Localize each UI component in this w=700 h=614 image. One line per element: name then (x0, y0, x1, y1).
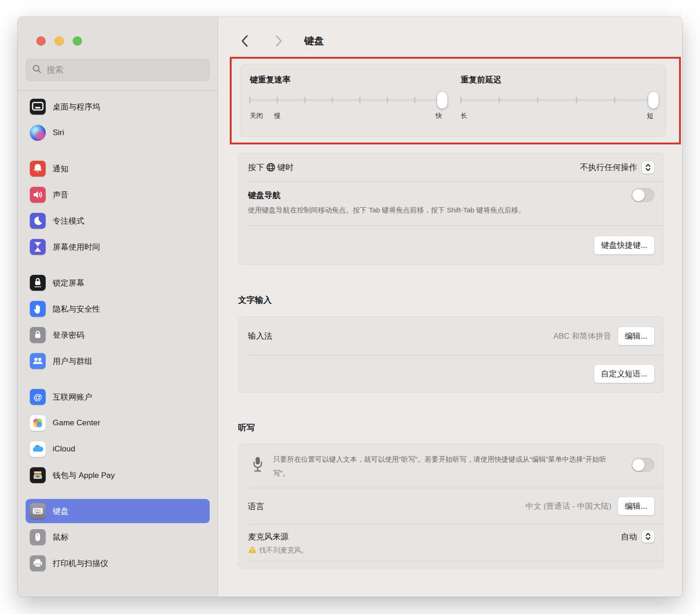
search-icon (32, 64, 42, 76)
sidebar-item-printers-scanners[interactable]: 打印机与扫描仪 (26, 551, 210, 575)
slider-tick (537, 97, 538, 103)
highlight-annotation-box: 键重复速率 关闭 慢 快 (230, 57, 681, 144)
sidebar-item-label: 声音 (53, 190, 69, 200)
key-repeat-rate-group: 键重复速率 关闭 慢 快 (250, 74, 442, 136)
custom-phrases-button[interactable]: 自定义短语... (594, 365, 654, 383)
sidebar-item-login-password[interactable]: 登录密码 (26, 323, 210, 347)
microphone-source-value: 自动 (621, 531, 637, 542)
slider-tick (499, 97, 500, 103)
password-lock-icon (30, 327, 46, 343)
sidebar-item-screen-time[interactable]: 屏幕使用时间 (26, 235, 210, 259)
sidebar-item-label: 打印机与扫描仪 (53, 558, 108, 569)
toggle-knob (632, 189, 645, 201)
keyboard-options-card: 按下 键时 不执行任何操作 键盘导航 使用键盘导航在控制间移动焦点。按下 Tab (238, 153, 664, 265)
dictation-card: 只要所在位置可以键入文本，就可以使用“听写”。若要开始听写，请使用快捷键或从“编… (238, 444, 664, 568)
microphone-source-popup-button[interactable] (642, 530, 654, 543)
dictation-toggle[interactable] (631, 458, 654, 472)
minimize-button[interactable] (55, 36, 64, 46)
globe-key-row: 按下 键时 不执行任何操作 (239, 153, 664, 181)
globe-key-label-prefix: 按下 (248, 162, 264, 173)
keyboard-navigation-toggle[interactable] (631, 188, 654, 202)
window-controls (18, 17, 218, 46)
siri-icon (30, 125, 46, 141)
slider-tick (414, 97, 415, 103)
slider-tick (386, 97, 388, 103)
microphone-icon (250, 455, 266, 479)
slider-tick (249, 97, 251, 103)
delay-until-repeat-slider[interactable] (461, 91, 654, 109)
keyboard-navigation-label: 键盘导航 (248, 190, 281, 201)
slider-tick (576, 97, 577, 103)
sidebar-item-focus[interactable]: 专注模式 (26, 209, 210, 233)
search-input[interactable] (46, 65, 204, 75)
slider-tick (331, 97, 333, 103)
desktop-dock-icon (30, 99, 46, 115)
zoom-button[interactable] (73, 36, 82, 46)
sidebar-item-lock-screen[interactable]: 锁定屏幕 (26, 271, 210, 295)
sidebar-item-label: 登录密码 (53, 330, 84, 341)
keyboard-icon (30, 503, 46, 519)
input-method-label: 输入法 (248, 330, 273, 341)
hand-icon (30, 301, 46, 317)
search-field[interactable] (26, 59, 210, 81)
game-center-icon (30, 415, 46, 431)
sidebar-item-label: 屏幕使用时间 (53, 242, 100, 252)
microphone-warning-text: 找不到麦克风。 (259, 546, 308, 555)
printer-icon (30, 555, 46, 571)
delay-until-repeat-title: 重复前延迟 (461, 74, 654, 85)
sidebar-item-sound[interactable]: 声音 (26, 183, 210, 207)
shortcuts-row: 键盘快捷键... (239, 226, 664, 265)
sidebar-group-4: @ 互联网账户 Game Center iCloud (26, 385, 210, 487)
globe-icon (266, 162, 276, 172)
sidebar-item-siri[interactable]: Siri (26, 121, 210, 145)
language-edit-button[interactable]: 编辑... (618, 497, 654, 515)
content-header: 键盘 (238, 32, 681, 50)
keyboard-navigation-row: 键盘导航 使用键盘导航在控制间移动焦点。按下 Tab 键将焦点前移，按下 Shi… (239, 182, 664, 225)
sidebar-item-game-center[interactable]: Game Center (26, 411, 210, 435)
bell-icon (30, 161, 46, 177)
input-method-edit-button[interactable]: 编辑... (618, 327, 654, 345)
slider-labels: 长 短 (461, 112, 654, 120)
slider-track[interactable] (461, 99, 654, 101)
lock-screen-icon (30, 275, 46, 291)
warning-icon (248, 546, 257, 555)
sidebar-item-users-groups[interactable]: 用户与群组 (26, 349, 210, 373)
sidebar-item-icloud[interactable]: iCloud (26, 437, 210, 461)
sidebar-item-label: 互联网账户 (53, 392, 92, 403)
slider-thumb[interactable] (648, 92, 659, 109)
label-fast: 快 (436, 112, 442, 120)
sidebar-item-internet-accounts[interactable]: @ 互联网账户 (26, 385, 210, 409)
text-input-card: 输入法 ABC 和简体拼音 编辑... 自定义短语... (238, 316, 664, 393)
sidebar-item-wallet[interactable]: 钱包与 Apple Pay (26, 463, 210, 487)
speaker-icon (30, 187, 46, 203)
sidebar-item-keyboard[interactable]: 键盘 (26, 499, 210, 523)
sidebar-item-notifications[interactable]: 通知 (26, 157, 210, 181)
globe-key-value: 不执行任何操作 (580, 162, 638, 173)
mouse-icon (30, 529, 46, 545)
back-icon[interactable] (238, 34, 250, 48)
slider-tick (359, 97, 360, 103)
forward-icon[interactable] (273, 34, 285, 48)
keyboard-shortcuts-button[interactable]: 键盘快捷键... (594, 236, 654, 254)
close-button[interactable] (36, 36, 46, 46)
delay-until-repeat-group: 重复前延迟 长 短 (461, 74, 654, 136)
key-repeat-rate-slider[interactable] (250, 91, 442, 109)
sidebar-group-2: 通知 声音 专注模式 (26, 157, 210, 259)
content-pane: 键盘 键重复速率 (218, 17, 682, 597)
sidebar-item-label: 钱包与 Apple Pay (53, 470, 115, 481)
slider-track[interactable] (250, 99, 442, 101)
input-method-value: ABC 和简体拼音 (553, 331, 611, 341)
users-icon (30, 353, 46, 369)
moon-icon (30, 213, 46, 229)
sidebar-item-desktop-dock[interactable]: 桌面与程序坞 (26, 95, 210, 119)
sidebar-item-privacy-security[interactable]: 隐私与安全性 (26, 297, 210, 321)
globe-key-popup-button[interactable] (642, 161, 654, 174)
label-slow: 慢 (274, 112, 281, 120)
slider-thumb[interactable] (437, 92, 447, 109)
key-repeat-rate-title: 键重复速率 (250, 74, 442, 85)
phrases-row: 自定义短语... (239, 355, 664, 392)
sidebar-item-mouse[interactable]: 鼠标 (26, 525, 210, 549)
microphone-warning: 找不到麦克风。 (248, 546, 654, 555)
slider-tick (304, 97, 305, 103)
key-repeat-card: 键重复速率 关闭 慢 快 (240, 64, 666, 137)
